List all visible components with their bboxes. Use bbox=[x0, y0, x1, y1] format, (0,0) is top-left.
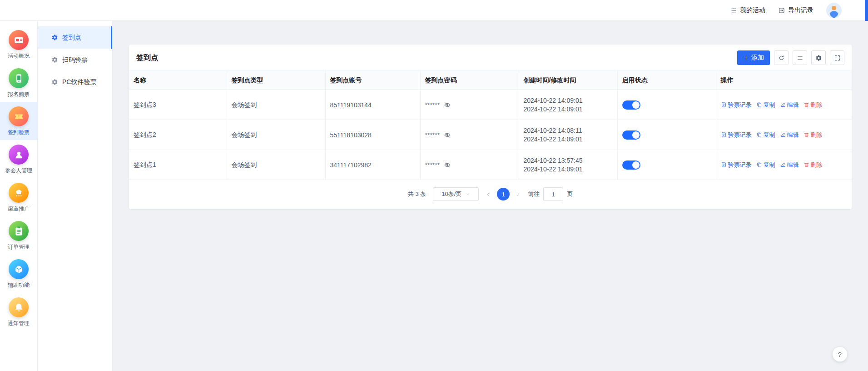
cell-type: 会场签到 bbox=[227, 120, 325, 150]
gear-icon bbox=[51, 34, 58, 41]
density-button[interactable] bbox=[793, 50, 807, 65]
enable-toggle[interactable] bbox=[622, 130, 640, 140]
action-records[interactable]: 验票记录 bbox=[721, 131, 752, 139]
delete-icon bbox=[804, 162, 809, 168]
settings-button[interactable] bbox=[811, 50, 826, 65]
main-content: 签到点 添加 名称签到点类型签到点账号签到点密码创建时间/修改时间启用状态操作 … bbox=[113, 21, 868, 371]
sidebar-item-checkin[interactable]: 签到验票 bbox=[0, 102, 37, 140]
created-time: 2024-10-22 14:09:01 bbox=[524, 96, 617, 105]
action-copy[interactable]: 复制 bbox=[756, 101, 775, 109]
modified-time: 2024-10-22 14:09:01 bbox=[524, 105, 617, 114]
goto-input[interactable] bbox=[543, 187, 563, 201]
sidebar-item-notifications[interactable]: 通知管理 bbox=[0, 293, 37, 331]
export-icon bbox=[778, 7, 785, 14]
show-password-button[interactable] bbox=[444, 161, 451, 169]
sidebar-item-tools[interactable]: 辅助功能 bbox=[0, 255, 37, 293]
submenu-item-pc-verify[interactable]: PC软件验票 bbox=[38, 71, 112, 93]
plus-icon bbox=[743, 55, 749, 61]
edit-icon bbox=[780, 162, 786, 168]
next-page-button[interactable] bbox=[515, 191, 521, 197]
sidebar-item-promotion[interactable]: 渠道推广 bbox=[0, 178, 37, 216]
action-delete[interactable]: 删除 bbox=[804, 161, 823, 169]
modified-time: 2024-10-22 14:09:01 bbox=[524, 135, 617, 144]
submenu-item-scan-verify[interactable]: 扫码验票 bbox=[38, 49, 112, 71]
app-layout: 活动概况 报名购票 签到验票 参会人管理 渠道推广 订单管理 辅助功能 通知管理… bbox=[0, 0, 868, 371]
scrollbar-thumb[interactable] bbox=[865, 0, 868, 21]
sidebar-item-label: 参会人管理 bbox=[5, 167, 32, 175]
password-masked: ****** bbox=[425, 101, 440, 109]
row-actions: 验票记录 复制 编辑 删除 bbox=[721, 101, 852, 109]
prev-page-button[interactable] bbox=[486, 191, 491, 197]
column-header: 签到点类型 bbox=[227, 71, 325, 90]
chevron-right-icon bbox=[515, 191, 521, 197]
chevron-left-icon bbox=[486, 191, 491, 197]
add-button[interactable]: 添加 bbox=[737, 50, 770, 65]
table-row: 签到点1 会场签到 341117102982 ****** 2024-10-22… bbox=[129, 150, 852, 180]
cell-time: 2024-10-22 13:57:45 2024-10-22 14:09:01 bbox=[519, 150, 617, 180]
sidebar-item-label: 报名购票 bbox=[8, 90, 30, 98]
clipboard-icon bbox=[9, 221, 29, 241]
action-delete[interactable]: 删除 bbox=[804, 131, 823, 139]
sidebar-item-label: 活动概况 bbox=[8, 52, 30, 60]
topbar: 我的活动 导出记录 bbox=[0, 0, 868, 21]
column-header: 启用状态 bbox=[617, 71, 716, 90]
action-delete[interactable]: 删除 bbox=[804, 101, 823, 109]
refresh-button[interactable] bbox=[774, 50, 789, 65]
show-password-button[interactable] bbox=[444, 101, 451, 109]
sidebar-item-attendees[interactable]: 参会人管理 bbox=[0, 140, 37, 178]
chevron-down-icon bbox=[466, 192, 470, 196]
sidebar-item-label: 签到验票 bbox=[8, 129, 30, 136]
sidebar-item-orders[interactable]: 订单管理 bbox=[0, 216, 37, 255]
cell-account: 341117102982 bbox=[325, 150, 420, 180]
column-header: 名称 bbox=[129, 71, 227, 90]
page-title: 签到点 bbox=[136, 53, 158, 63]
sidebar-item-overview[interactable]: 活动概况 bbox=[0, 25, 37, 64]
sidebar-item-tickets[interactable]: 报名购票 bbox=[0, 64, 37, 102]
cell-type: 会场签到 bbox=[227, 90, 325, 120]
show-password-button[interactable] bbox=[444, 131, 451, 139]
enable-toggle[interactable] bbox=[622, 160, 640, 170]
password-masked: ****** bbox=[425, 161, 440, 169]
cell-password: ****** bbox=[425, 101, 519, 109]
toolbar: 添加 bbox=[737, 50, 844, 65]
submenu-item-checkin-point[interactable]: 签到点 bbox=[38, 26, 112, 49]
export-records-label: 导出记录 bbox=[788, 6, 813, 15]
page-size-select[interactable]: 10条/页 bbox=[433, 187, 479, 201]
action-records[interactable]: 验票记录 bbox=[721, 161, 752, 169]
primary-sidebar: 活动概况 报名购票 签到验票 参会人管理 渠道推广 订单管理 辅助功能 通知管理 bbox=[0, 21, 38, 371]
page-1-button[interactable]: 1 bbox=[497, 188, 510, 201]
pager: 1 bbox=[486, 188, 521, 201]
delete-icon bbox=[804, 102, 809, 108]
checkin-point-table: 名称签到点类型签到点账号签到点密码创建时间/修改时间启用状态操作 签到点3 会场… bbox=[129, 70, 852, 180]
page-size-value: 10条/页 bbox=[441, 190, 461, 198]
column-header: 操作 bbox=[716, 71, 852, 90]
avatar[interactable] bbox=[826, 3, 842, 18]
total-count: 共 3 条 bbox=[408, 190, 426, 198]
action-edit[interactable]: 编辑 bbox=[780, 101, 799, 109]
action-records[interactable]: 验票记录 bbox=[721, 101, 752, 109]
density-icon bbox=[797, 55, 804, 61]
enable-toggle[interactable] bbox=[622, 100, 640, 110]
export-records-button[interactable]: 导出记录 bbox=[778, 6, 813, 15]
list-icon bbox=[730, 7, 737, 14]
my-activities-button[interactable]: 我的活动 bbox=[730, 6, 765, 15]
record-icon bbox=[721, 132, 727, 138]
action-edit[interactable]: 编辑 bbox=[780, 161, 799, 169]
eye-off-icon bbox=[444, 101, 451, 109]
cell-name: 签到点3 bbox=[129, 90, 227, 120]
delete-icon bbox=[804, 132, 809, 138]
fullscreen-button[interactable] bbox=[830, 50, 844, 65]
cell-name: 签到点2 bbox=[129, 120, 227, 150]
action-copy[interactable]: 复制 bbox=[756, 161, 775, 169]
help-button[interactable]: ? bbox=[832, 346, 848, 362]
record-icon bbox=[721, 102, 727, 108]
goto-page: 前往 页 bbox=[528, 187, 573, 201]
column-header: 签到点账号 bbox=[325, 71, 420, 90]
refresh-icon bbox=[778, 55, 785, 61]
action-edit[interactable]: 编辑 bbox=[780, 131, 799, 139]
cell-account: 551118103028 bbox=[325, 120, 420, 150]
eye-off-icon bbox=[444, 131, 451, 139]
checkin-point-card: 签到点 添加 名称签到点类型签到点账号签到点密码创建时间/修改时间启用状态操作 … bbox=[129, 45, 852, 209]
cell-password: ****** bbox=[425, 131, 519, 139]
action-copy[interactable]: 复制 bbox=[756, 131, 775, 139]
